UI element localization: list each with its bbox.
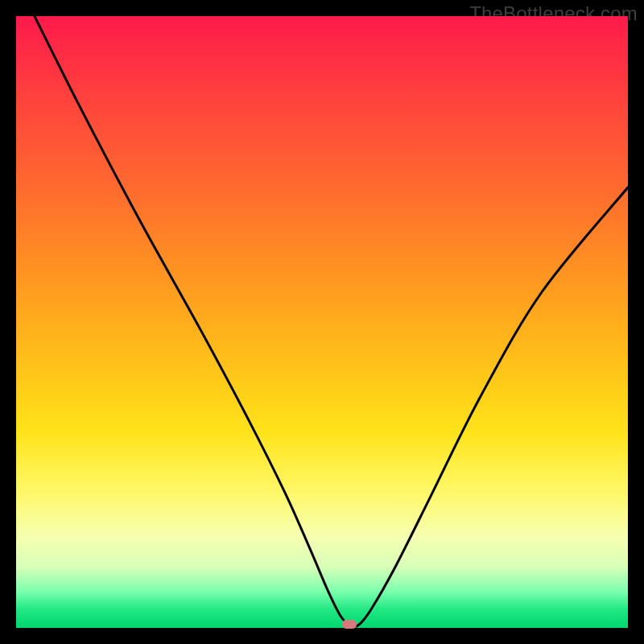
chart-frame: TheBottleneck.com: [0, 0, 644, 644]
bottleneck-curve: [16, 16, 628, 628]
plot-area: [16, 16, 628, 628]
optimal-marker: [342, 620, 357, 629]
